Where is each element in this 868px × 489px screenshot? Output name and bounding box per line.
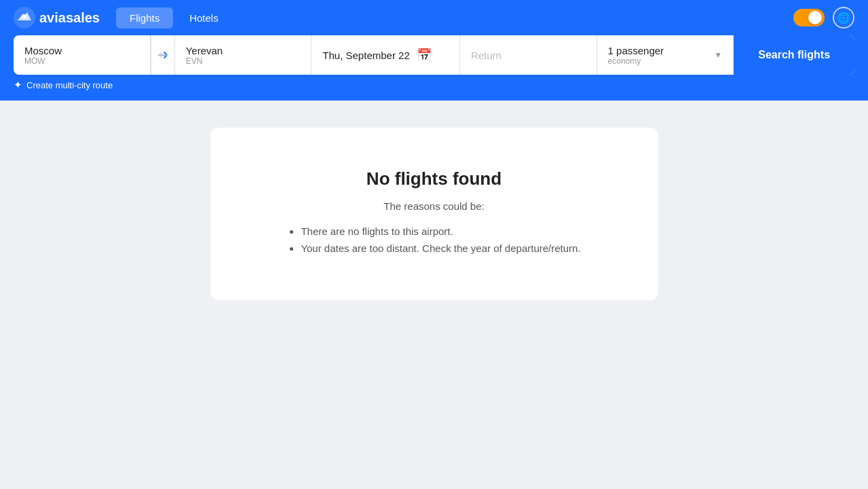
search-flights-button[interactable]: Search flights [734, 35, 854, 75]
no-flights-subtitle: The reasons could be: [265, 200, 604, 212]
origin-city: Moscow [24, 45, 139, 56]
no-flights-title: No flights found [265, 168, 604, 189]
theme-toggle[interactable] [793, 9, 825, 26]
calendar-icon: 📅 [417, 48, 432, 62]
nav-tabs: Flights Hotels [116, 7, 232, 29]
svg-point-1 [22, 14, 26, 18]
destination-city: Yerevan [186, 45, 301, 56]
multi-city-icon: ✦ [14, 79, 22, 91]
search-bar: Moscow MOW Yerevan EVN Thu, September 22… [0, 35, 868, 101]
destination-field[interactable]: Yerevan EVN [175, 35, 312, 75]
passenger-count: 1 passenger [608, 45, 709, 56]
reason-1: There are no flights to this airport. [301, 225, 580, 237]
language-button[interactable]: 🌐 [833, 7, 854, 29]
swap-icon [157, 49, 169, 61]
logo-text: aviasales [39, 10, 100, 26]
search-row: Moscow MOW Yerevan EVN Thu, September 22… [14, 35, 854, 75]
return-date-field[interactable]: Return [460, 35, 597, 75]
passenger-class: economy [608, 56, 709, 66]
toggle-knob [808, 11, 822, 24]
logo-icon [14, 7, 35, 29]
departure-date-value: Thu, September 22 [322, 50, 409, 61]
multi-city-row[interactable]: ✦ Create multi-city route [14, 75, 854, 91]
logo[interactable]: aviasales [14, 7, 100, 29]
nav-flights-tab[interactable]: Flights [116, 7, 173, 29]
main-content: No flights found The reasons could be: T… [0, 101, 868, 327]
header-right: 🌐 [793, 7, 854, 29]
reason-2: Your dates are too distant. Check the ye… [301, 242, 580, 254]
globe-icon: 🌐 [837, 12, 850, 24]
passenger-field[interactable]: 1 passenger economy ▼ [597, 35, 734, 75]
header: aviasales Flights Hotels 🌐 [0, 0, 868, 35]
swap-button[interactable] [151, 35, 175, 75]
no-flights-reasons-list: There are no flights to this airport. Yo… [287, 225, 580, 259]
chevron-down-icon: ▼ [714, 50, 722, 60]
departure-date-field[interactable]: Thu, September 22 📅 [312, 35, 460, 75]
origin-field[interactable]: Moscow MOW [14, 35, 151, 75]
no-results-card: No flights found The reasons could be: T… [210, 128, 658, 300]
passenger-text: 1 passenger economy [608, 45, 709, 66]
nav-hotels-tab[interactable]: Hotels [176, 7, 232, 29]
return-placeholder: Return [471, 50, 502, 61]
origin-code: MOW [24, 56, 139, 66]
destination-code: EVN [186, 56, 301, 66]
multi-city-label: Create multi-city route [26, 80, 113, 90]
